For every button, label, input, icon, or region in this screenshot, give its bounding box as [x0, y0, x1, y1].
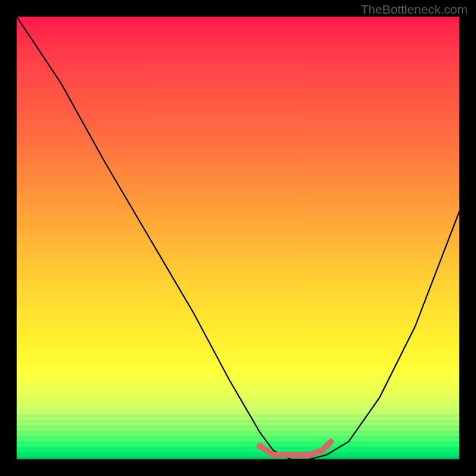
optimal-range-marker-line: [260, 441, 331, 455]
chart-plot-area: [17, 17, 459, 459]
bottleneck-curve-line: [17, 17, 459, 459]
optimal-range-marker-dot: [256, 443, 264, 450]
chart-svg: [17, 17, 459, 459]
watermark-text: TheBottleneck.com: [361, 2, 468, 17]
